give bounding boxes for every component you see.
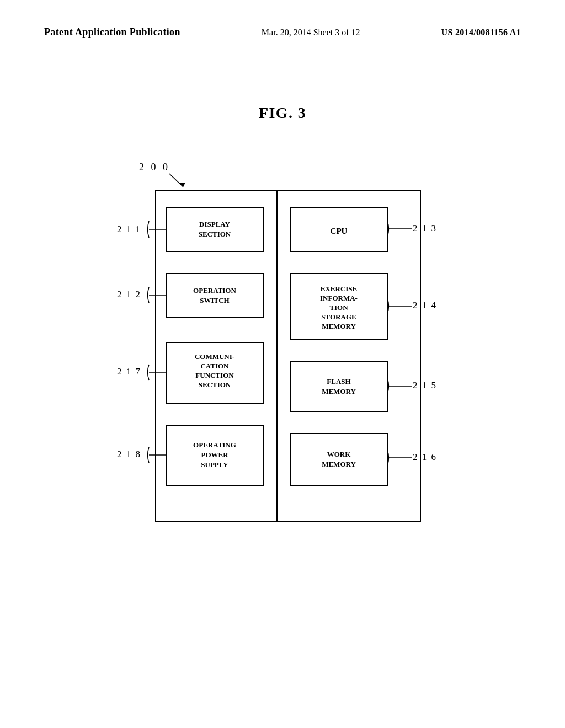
svg-text:OPERATION: OPERATION — [193, 286, 236, 295]
diagram-container: 2 0 0 DISPLAY SECTION OPERATION SWITCH C… — [106, 155, 459, 552]
svg-text:SECTION: SECTION — [199, 381, 231, 389]
header-left-text: Patent Application Publication — [44, 26, 180, 38]
figure-title: FIG. 3 — [0, 104, 565, 122]
svg-text:FUNCTION: FUNCTION — [195, 371, 234, 379]
svg-text:2 1 1: 2 1 1 — [117, 224, 141, 234]
svg-text:SECTION: SECTION — [199, 230, 231, 238]
svg-text:TION: TION — [329, 303, 348, 312]
svg-text:2 1 8: 2 1 8 — [117, 449, 141, 459]
svg-text:INFORMA-: INFORMA- — [320, 294, 358, 302]
svg-text:MEMORY: MEMORY — [322, 460, 356, 468]
svg-line-0 — [169, 174, 183, 187]
page-header: Patent Application Publication Mar. 20, … — [0, 0, 565, 38]
svg-text:2 1 3: 2 1 3 — [413, 223, 437, 233]
svg-text:2 1 7: 2 1 7 — [117, 366, 141, 377]
svg-text:2 1 5: 2 1 5 — [413, 380, 437, 390]
svg-text:2 1 6: 2 1 6 — [413, 452, 437, 462]
svg-text:OPERATING: OPERATING — [193, 441, 236, 449]
circuit-diagram: 2 0 0 DISPLAY SECTION OPERATION SWITCH C… — [106, 155, 459, 552]
operation-switch-box — [167, 274, 263, 318]
svg-text:MEMORY: MEMORY — [322, 322, 356, 330]
svg-text:MEMORY: MEMORY — [322, 387, 356, 395]
svg-text:CATION: CATION — [200, 362, 229, 370]
svg-text:SWITCH: SWITCH — [200, 296, 229, 304]
flash-memory-box — [291, 362, 387, 411]
header-right-text: US 2014/0081156 A1 — [441, 28, 521, 38]
svg-text:EXERCISE: EXERCISE — [321, 285, 357, 293]
svg-text:DISPLAY: DISPLAY — [199, 220, 230, 228]
ref-200-label: 2 0 0 — [139, 162, 170, 173]
svg-text:2 1 2: 2 1 2 — [117, 289, 141, 299]
svg-text:SUPPLY: SUPPLY — [201, 461, 228, 469]
header-center-text: Mar. 20, 2014 Sheet 3 of 12 — [262, 28, 360, 38]
svg-text:STORAGE: STORAGE — [321, 313, 356, 321]
svg-text:WORK: WORK — [327, 450, 351, 458]
svg-text:FLASH: FLASH — [327, 377, 350, 386]
display-section-box — [167, 207, 263, 251]
svg-text:CPU: CPU — [331, 227, 348, 235]
svg-text:2 1 4: 2 1 4 — [413, 300, 437, 311]
svg-text:COMMUNI-: COMMUNI- — [195, 352, 234, 361]
svg-text:POWER: POWER — [201, 451, 228, 459]
